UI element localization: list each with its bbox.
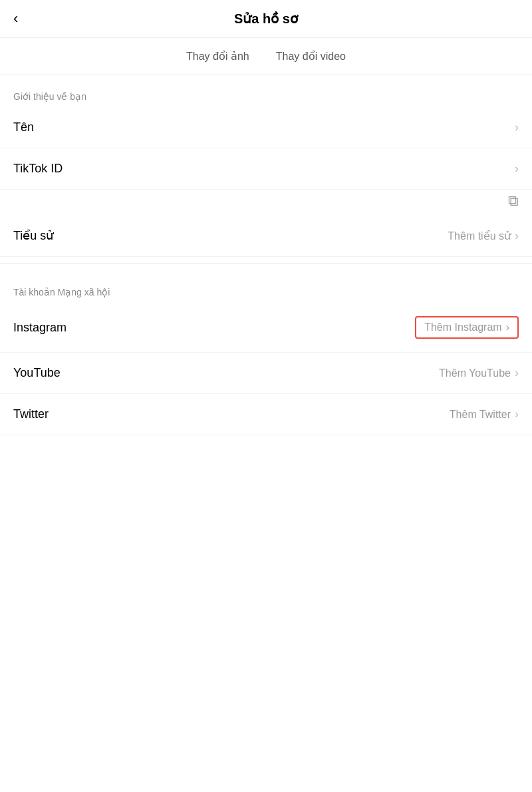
change-video-button[interactable]: Thay đổi video	[276, 50, 346, 63]
header: ‹ Sửa hồ sơ	[0, 0, 532, 38]
youtube-action-text: Thêm YouTube	[439, 367, 511, 379]
instagram-action-text: Thêm Instagram	[424, 321, 501, 333]
intro-section-label: Giới thiệu về bạn	[0, 75, 532, 107]
ten-row[interactable]: Tên ›	[0, 107, 532, 148]
tieu-su-chevron-icon: ›	[515, 229, 519, 243]
social-section-label: Tài khoản Mạng xã hội	[0, 271, 532, 303]
tiktok-id-label: TikTok ID	[13, 162, 63, 176]
instagram-row[interactable]: Instagram Thêm Instagram ›	[0, 303, 532, 353]
youtube-row[interactable]: YouTube Thêm YouTube ›	[0, 353, 532, 394]
instagram-label: Instagram	[13, 321, 66, 335]
divider	[0, 264, 532, 264]
twitter-row[interactable]: Twitter Thêm Twitter ›	[0, 394, 532, 435]
tieu-su-action: Thêm tiểu sử	[448, 230, 511, 242]
twitter-label: Twitter	[13, 407, 49, 421]
tiktok-id-row[interactable]: TikTok ID ›	[0, 148, 532, 190]
tiktok-id-right: ›	[515, 162, 519, 176]
change-photo-button[interactable]: Thay đổi ảnh	[186, 50, 249, 63]
twitter-right: Thêm Twitter ›	[450, 407, 519, 421]
youtube-label: YouTube	[13, 366, 61, 380]
twitter-action-text: Thêm Twitter	[450, 409, 511, 421]
photo-buttons-row: Thay đổi ảnh Thay đổi video	[0, 38, 532, 75]
page-title: Sửa hồ sơ	[234, 11, 298, 27]
back-button[interactable]: ‹	[13, 10, 18, 27]
instagram-chevron-icon: ›	[506, 321, 509, 333]
copy-icon[interactable]: ⧉	[508, 192, 519, 210]
copy-icon-row: ⧉	[0, 190, 532, 215]
tieu-su-right: Thêm tiểu sử ›	[448, 229, 519, 243]
tiktok-id-chevron-icon: ›	[515, 162, 519, 176]
ten-right: ›	[515, 120, 519, 134]
ten-label: Tên	[13, 120, 34, 134]
youtube-chevron-icon: ›	[515, 366, 519, 380]
tieu-su-row[interactable]: Tiểu sử Thêm tiểu sử ›	[0, 215, 532, 257]
youtube-right: Thêm YouTube ›	[439, 366, 519, 380]
ten-chevron-icon: ›	[515, 120, 519, 134]
tieu-su-label: Tiểu sử	[13, 228, 53, 243]
instagram-add-button[interactable]: Thêm Instagram ›	[415, 316, 519, 339]
twitter-chevron-icon: ›	[515, 407, 519, 421]
